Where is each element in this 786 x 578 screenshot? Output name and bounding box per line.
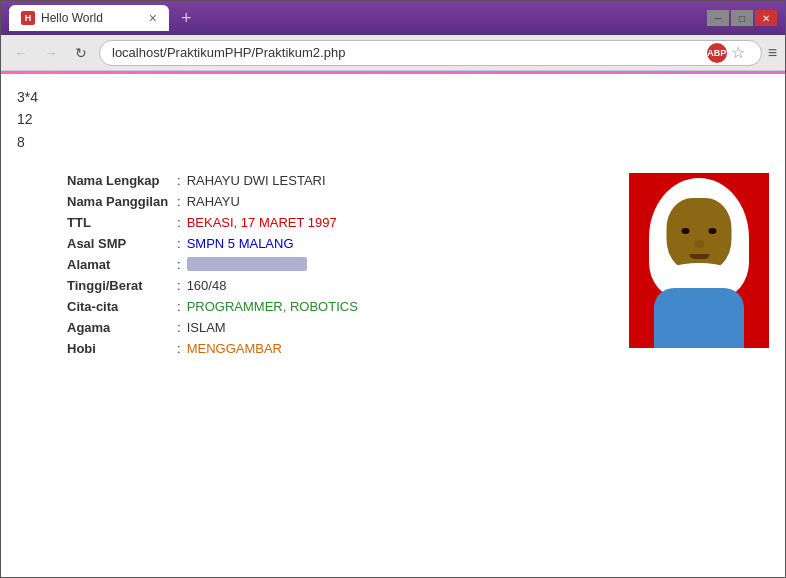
label-asal-smp: Asal SMP	[67, 236, 177, 251]
label-ttl: TTL	[67, 215, 177, 230]
profile-row-nama-lengkap: Nama Lengkap : RAHAYU DWI LESTARI	[67, 173, 609, 188]
calc-line3: 8	[17, 131, 769, 153]
close-button[interactable]: ✕	[755, 10, 777, 26]
profile-row-cita-cita: Cita-cita : PROGRAMMER, ROBOTICS	[67, 299, 609, 314]
eye-right	[709, 228, 717, 234]
eye-left	[682, 228, 690, 234]
label-nama-lengkap: Nama Lengkap	[67, 173, 177, 188]
person-silhouette	[639, 178, 759, 348]
profile-row-tinggi-berat: Tinggi/Berat : 160/48	[67, 278, 609, 293]
tab-title: Hello World	[41, 11, 103, 25]
profile-row-ttl: TTL : BEKASI, 17 MARET 1997	[67, 215, 609, 230]
profile-row-agama: Agama : ISLAM	[67, 320, 609, 335]
profile-section: Nama Lengkap : RAHAYU DWI LESTARI Nama P…	[17, 173, 769, 362]
adblock-icon: ABP	[707, 43, 727, 63]
label-cita-cita: Cita-cita	[67, 299, 177, 314]
profile-table: Nama Lengkap : RAHAYU DWI LESTARI Nama P…	[67, 173, 609, 362]
back-button[interactable]: ←	[9, 41, 33, 65]
label-alamat: Alamat	[67, 257, 177, 272]
calc-line1: 3*4	[17, 86, 769, 108]
title-bar: H Hello World × + ─ □ ✕	[1, 1, 785, 35]
value-hobi: MENGGAMBAR	[187, 341, 282, 356]
refresh-button[interactable]: ↻	[69, 41, 93, 65]
nose	[694, 240, 704, 248]
value-agama: ISLAM	[187, 320, 226, 335]
mouth	[689, 254, 709, 259]
bookmark-icon[interactable]: ☆	[731, 43, 745, 62]
forward-button[interactable]: →	[39, 41, 63, 65]
browser-tab[interactable]: H Hello World ×	[9, 5, 169, 31]
url-text: localhost/PraktikumPHP/Praktikum2.php	[112, 45, 707, 60]
window-controls: ─ □ ✕	[707, 10, 777, 26]
calc-output: 3*4 12 8	[17, 86, 769, 153]
value-asal-smp: SMPN 5 MALANG	[187, 236, 294, 251]
value-nama-lengkap: RAHAYU DWI LESTARI	[187, 173, 326, 188]
value-tinggi-berat: 160/48	[187, 278, 227, 293]
label-nama-panggilan: Nama Panggilan	[67, 194, 177, 209]
tab-favicon: H	[21, 11, 35, 25]
minimize-button[interactable]: ─	[707, 10, 729, 26]
body	[654, 288, 744, 348]
value-ttl: BEKASI, 17 MARET 1997	[187, 215, 337, 230]
menu-icon[interactable]: ≡	[768, 44, 777, 62]
calc-line2: 12	[17, 108, 769, 130]
label-tinggi-berat: Tinggi/Berat	[67, 278, 177, 293]
label-agama: Agama	[67, 320, 177, 335]
profile-photo	[629, 173, 769, 348]
value-alamat-blurred	[187, 257, 307, 271]
label-hobi: Hobi	[67, 341, 177, 356]
browser-window: H Hello World × + ─ □ ✕ ← → ↻ localhost/…	[0, 0, 786, 578]
value-cita-cita: PROGRAMMER, ROBOTICS	[187, 299, 358, 314]
profile-row-asal-smp: Asal SMP : SMPN 5 MALANG	[67, 236, 609, 251]
nav-bar: ← → ↻ localhost/PraktikumPHP/Praktikum2.…	[1, 35, 785, 71]
maximize-button[interactable]: □	[731, 10, 753, 26]
tab-close-button[interactable]: ×	[149, 10, 157, 26]
value-nama-panggilan: RAHAYU	[187, 194, 240, 209]
face	[667, 198, 732, 273]
profile-row-nama-panggilan: Nama Panggilan : RAHAYU	[67, 194, 609, 209]
page-content: 3*4 12 8 Nama Lengkap : RAHAYU DWI LESTA…	[1, 74, 785, 577]
address-bar[interactable]: localhost/PraktikumPHP/Praktikum2.php AB…	[99, 40, 762, 66]
profile-row-alamat: Alamat :	[67, 257, 609, 272]
new-tab-button[interactable]: +	[173, 8, 200, 29]
profile-row-hobi: Hobi : MENGGAMBAR	[67, 341, 609, 356]
